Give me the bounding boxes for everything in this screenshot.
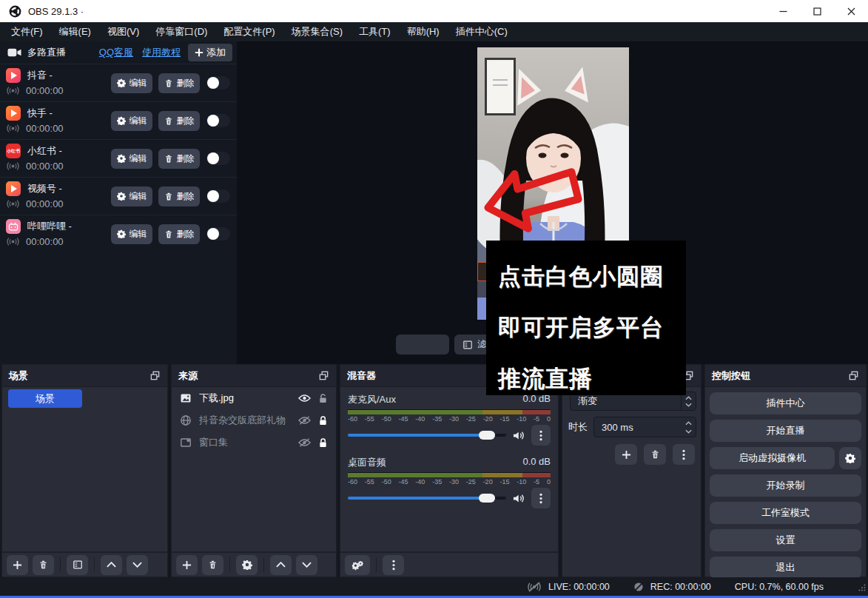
xiaohongshu-logo-icon: 小红书: [6, 144, 21, 158]
lock-open-icon[interactable]: [318, 393, 328, 404]
meter-tick-label: -60: [348, 478, 357, 486]
visibility-eye-slash-icon[interactable]: [298, 438, 311, 447]
scene-filters-button[interactable]: [67, 555, 88, 575]
meter-tick-label: -10: [517, 415, 526, 423]
volume-slider-handle[interactable]: [479, 431, 495, 440]
properties-button[interactable]: [396, 335, 449, 355]
stream-toggle[interactable]: [206, 151, 231, 166]
meter-tick-label: -35: [432, 478, 442, 486]
source-properties-button[interactable]: [236, 555, 258, 575]
speaker-icon[interactable]: [512, 493, 525, 504]
minimize-button[interactable]: [766, 0, 800, 22]
broadcast-icon: [6, 86, 20, 95]
mixer-menu-button[interactable]: [383, 555, 404, 575]
popout-icon[interactable]: [318, 370, 329, 381]
meter-tick-label: -10: [517, 478, 526, 486]
studio-mode-button[interactable]: 工作室模式: [710, 502, 861, 524]
stream-toggle[interactable]: [206, 189, 231, 204]
delete-label: 删除: [177, 77, 195, 90]
edit-button[interactable]: 编辑: [111, 149, 152, 169]
source-row[interactable]: 窗口集: [172, 431, 336, 454]
menu-edit[interactable]: 编辑(E): [51, 22, 99, 41]
platform-timer: 00:00:00: [26, 161, 64, 172]
stream-toggle[interactable]: [206, 226, 231, 241]
move-source-down-button[interactable]: [296, 555, 317, 575]
menu-docks[interactable]: 停靠窗口(D): [147, 22, 215, 41]
stream-toggle[interactable]: [206, 113, 231, 128]
meter-tick-label: -55: [365, 415, 374, 423]
live-signal-slash-icon: [527, 582, 542, 592]
move-source-up-button[interactable]: [270, 555, 292, 575]
platform-name: 快手 -: [27, 107, 53, 120]
popout-icon[interactable]: [149, 370, 161, 381]
add-platform-button[interactable]: 添加: [188, 44, 232, 61]
remove-transition-button[interactable]: [644, 444, 666, 465]
add-source-button[interactable]: [176, 555, 198, 575]
edit-button[interactable]: 编辑: [111, 187, 152, 206]
move-scene-down-button[interactable]: [127, 555, 148, 575]
volume-slider[interactable]: [348, 434, 506, 437]
plugin-center-button[interactable]: 插件中心: [710, 392, 861, 414]
close-button[interactable]: [834, 0, 868, 22]
remove-scene-button[interactable]: [33, 555, 54, 575]
duration-spinner[interactable]: 300 ms: [593, 417, 696, 437]
lock-icon[interactable]: [318, 437, 328, 448]
start-virtual-camera-button[interactable]: 启动虚拟摄像机: [710, 447, 835, 469]
add-scene-button[interactable]: [7, 555, 28, 575]
qq-support-link[interactable]: QQ客服: [99, 46, 133, 59]
transition-menu-button[interactable]: [673, 444, 695, 465]
visibility-eye-icon[interactable]: [298, 394, 311, 403]
start-recording-button[interactable]: 开始录制: [710, 474, 861, 497]
maximize-button[interactable]: [800, 0, 834, 22]
preview-canvas: 0 X 滤镜 点击白色小圆圈 即可开启多平台 推流直播: [237, 41, 868, 364]
scene-item-selected[interactable]: 场景: [8, 389, 82, 408]
plus-icon: [195, 48, 203, 57]
exit-button[interactable]: 退出: [710, 557, 861, 579]
source-row[interactable]: 下载.jpg: [172, 387, 336, 409]
platform-row-bilibili: 哔哩哔哩 - 00:00:00 编辑 删除: [0, 215, 237, 252]
platform-timer: 00:00:00: [26, 123, 64, 134]
move-scene-up-button[interactable]: [101, 555, 122, 575]
volume-slider[interactable]: [348, 497, 506, 500]
menu-scene-collection[interactable]: 场景集合(S): [283, 22, 351, 41]
delete-label: 删除: [177, 115, 195, 127]
channel-menu-button[interactable]: [531, 488, 551, 508]
edit-button[interactable]: 编辑: [111, 111, 152, 131]
live-timer: LIVE: 00:00:00: [548, 582, 610, 592]
meter-tick-label: -55: [365, 478, 374, 486]
source-row[interactable]: 抖音杂交版底部礼物: [172, 409, 336, 431]
menu-help[interactable]: 帮助(H): [399, 22, 448, 41]
menu-tools[interactable]: 工具(T): [351, 22, 399, 41]
start-streaming-button[interactable]: 开始直播: [710, 420, 861, 442]
delete-label: 删除: [177, 228, 195, 241]
lock-icon[interactable]: [318, 415, 328, 426]
audio-settings-button[interactable]: [345, 555, 370, 575]
menu-plugin-center[interactable]: 插件中心(C): [448, 22, 516, 41]
stream-toggle[interactable]: [206, 75, 231, 90]
remove-source-button[interactable]: [202, 555, 223, 575]
edit-button[interactable]: 编辑: [111, 224, 152, 244]
speaker-icon[interactable]: [512, 430, 525, 441]
meter-tick-label: -45: [398, 478, 408, 486]
delete-button[interactable]: 删除: [158, 111, 200, 131]
broadcast-icon: [6, 237, 20, 246]
delete-button[interactable]: 删除: [158, 149, 200, 169]
delete-button[interactable]: 删除: [158, 187, 200, 206]
delete-button[interactable]: 删除: [158, 73, 200, 93]
rec-disc-slash-icon: [633, 582, 644, 592]
tutorial-link[interactable]: 使用教程: [142, 46, 181, 59]
channel-menu-button[interactable]: [531, 425, 551, 446]
menu-profile[interactable]: 配置文件(P): [215, 22, 283, 41]
menu-view[interactable]: 视图(V): [99, 22, 147, 41]
virtual-camera-settings-button[interactable]: [839, 447, 861, 469]
popout-icon[interactable]: [848, 370, 859, 381]
delete-button[interactable]: 删除: [158, 224, 200, 244]
resize-grip-icon[interactable]: [858, 584, 866, 591]
edit-button[interactable]: 编辑: [111, 73, 152, 93]
menu-file[interactable]: 文件(F): [3, 22, 51, 41]
add-transition-button[interactable]: [615, 444, 637, 465]
spinner-chevrons-icon[interactable]: [681, 417, 696, 437]
visibility-eye-slash-icon[interactable]: [298, 416, 311, 425]
settings-button[interactable]: 设置: [710, 529, 861, 551]
volume-slider-handle[interactable]: [479, 494, 495, 503]
